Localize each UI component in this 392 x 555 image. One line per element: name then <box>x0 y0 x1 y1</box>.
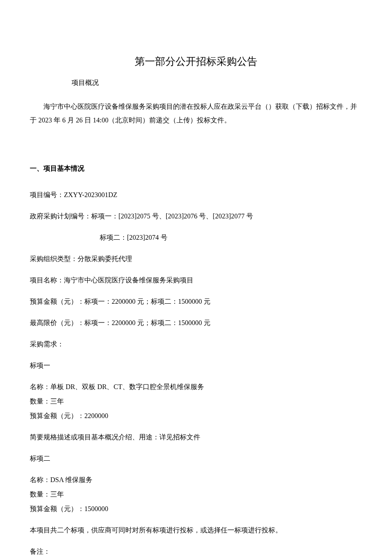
remarks-label: 备注： <box>30 546 362 555</box>
description: 简要规格描述或项目基本概况介绍、用途：详见招标文件 <box>30 432 362 442</box>
document-page: 第一部分公开招标采购公告 项目概况 海宁市中心医院医疗设备维保服务采购项目的潜在… <box>0 0 392 555</box>
lot2-quantity: 数量：三年 <box>30 489 362 500</box>
document-title: 第一部分公开招标采购公告 <box>30 54 362 69</box>
project-number: 项目编号：ZXYY-2023001DZ <box>30 190 362 200</box>
supplier-note: 本项目共二个标项，供应商可同时对所有标项进行投标，或选择任一标项进行投标。 <box>30 525 362 535</box>
project-name: 项目名称：海宁市中心医院医疗设备维保服务采购项目 <box>30 275 362 285</box>
requirements-label: 采购需求： <box>30 339 362 349</box>
lot1-name: 名称：单板 DR、双板 DR、CT、数字口腔全景机维保服务 <box>30 382 362 392</box>
lot2-budget: 预算金额（元）：1500000 <box>30 504 362 514</box>
plan-number-line1: 政府采购计划编号：标项一：[2023]2075 号、[2023]2076 号、[… <box>30 211 362 221</box>
max-price: 最高限价（元）：标项一：2200000 元；标项二：1500000 元 <box>30 318 362 328</box>
org-type: 采购组织类型：分散采购委托代理 <box>30 254 362 264</box>
lot2-label: 标项二 <box>30 453 362 464</box>
lot1-budget: 预算金额（元）：2200000 <box>30 411 362 421</box>
plan-number-line2: 标项二：[2023]2074 号 <box>100 232 362 243</box>
lot1-label: 标项一 <box>30 360 362 371</box>
budget-amount: 预算金额（元）：标项一：2200000 元；标项二：1500000 元 <box>30 296 362 307</box>
overview-text: 海宁市中心医院医疗设备维保服务采购项目的潜在投标人应在政采云平台（）获取（下载）… <box>30 100 362 127</box>
section-heading-basic-info: 一、项目基本情况 <box>30 163 362 174</box>
lot1-quantity: 数量：三年 <box>30 396 362 407</box>
overview-label: 项目概况 <box>72 78 362 88</box>
lot2-name: 名称：DSA 维保服务 <box>30 475 362 485</box>
